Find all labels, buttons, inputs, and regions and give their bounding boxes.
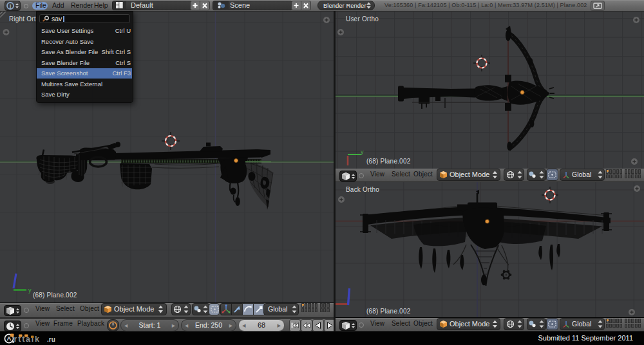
svg-text:.ru: .ru <box>47 336 55 343</box>
svg-text:y: y <box>361 149 364 155</box>
svg-text:A: A <box>7 335 12 342</box>
svg-text:i: i <box>10 3 12 10</box>
svg-text:y: y <box>28 287 32 294</box>
